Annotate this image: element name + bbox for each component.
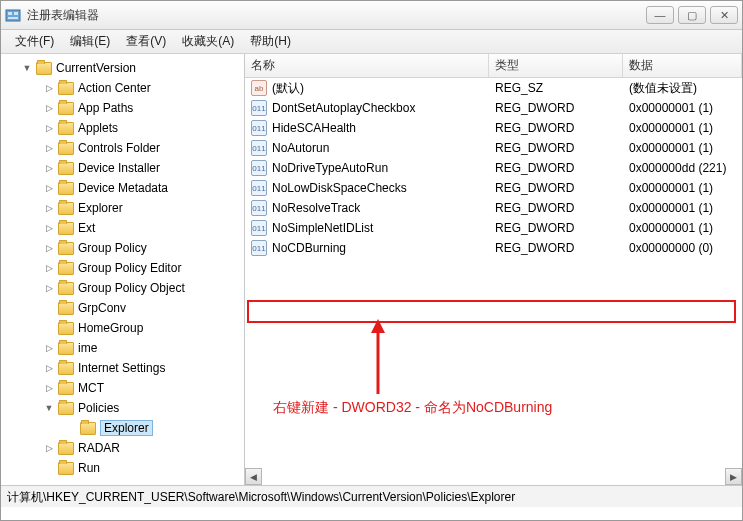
tree-item-label: Device Installer — [78, 161, 160, 175]
tree-item-label: Ext — [78, 221, 95, 235]
svg-rect-2 — [14, 12, 18, 15]
tree-item-grpconv[interactable]: GrpConv — [7, 298, 244, 318]
value-data: 0x00000001 (1) — [623, 121, 742, 135]
expand-icon[interactable]: ▷ — [43, 262, 55, 274]
scroll-right-button[interactable]: ▶ — [725, 468, 742, 485]
expand-icon[interactable]: ▷ — [43, 182, 55, 194]
scroll-left-button[interactable]: ◀ — [245, 468, 262, 485]
list-row[interactable]: 011NoLowDiskSpaceChecksREG_DWORD0x000000… — [245, 178, 742, 198]
tree-item-label: MCT — [78, 381, 104, 395]
list-row[interactable]: 011NoAutorunREG_DWORD0x00000001 (1) — [245, 138, 742, 158]
binary-value-icon: 011 — [251, 240, 267, 256]
list-row[interactable]: 011NoDriveTypeAutoRunREG_DWORD0x000000dd… — [245, 158, 742, 178]
annotation-text: 右键新建 - DWORD32 - 命名为NoCDBurning — [273, 399, 552, 417]
expand-icon[interactable]: ▷ — [43, 242, 55, 254]
tree-item-homegroup[interactable]: HomeGroup — [7, 318, 244, 338]
expand-icon[interactable]: ▼ — [43, 402, 55, 414]
tree-item-ime[interactable]: ▷ime — [7, 338, 244, 358]
tree-item-device-installer[interactable]: ▷Device Installer — [7, 158, 244, 178]
window-title: 注册表编辑器 — [27, 7, 646, 24]
annotation-highlight — [247, 300, 736, 323]
tree-panel[interactable]: ▼CurrentVersion▷Action Center▷App Paths▷… — [1, 54, 245, 485]
folder-icon — [58, 202, 74, 215]
tree-item-app-paths[interactable]: ▷App Paths — [7, 98, 244, 118]
list-row[interactable]: ab(默认)REG_SZ(数值未设置) — [245, 78, 742, 98]
tree-item-internet-settings[interactable]: ▷Internet Settings — [7, 358, 244, 378]
tree-item-label: Controls Folder — [78, 141, 160, 155]
list-row[interactable]: 011HideSCAHealthREG_DWORD0x00000001 (1) — [245, 118, 742, 138]
tree-item-policies[interactable]: ▼Policies — [7, 398, 244, 418]
maximize-button[interactable]: ▢ — [678, 6, 706, 24]
binary-value-icon: 011 — [251, 220, 267, 236]
value-type: REG_DWORD — [489, 201, 623, 215]
value-data: 0x00000001 (1) — [623, 201, 742, 215]
binary-value-icon: 011 — [251, 200, 267, 216]
tree-item-group-policy[interactable]: ▷Group Policy — [7, 238, 244, 258]
list-panel[interactable]: 名称 类型 数据 ab(默认)REG_SZ(数值未设置)011DontSetAu… — [245, 54, 742, 485]
tree-item-label: Explorer — [100, 420, 153, 436]
expand-icon[interactable]: ▷ — [43, 142, 55, 154]
tree-item-explorer[interactable]: Explorer — [7, 418, 244, 438]
list-row[interactable]: 011NoCDBurningREG_DWORD0x00000000 (0) — [245, 238, 742, 258]
column-name[interactable]: 名称 — [245, 54, 489, 77]
expand-icon[interactable] — [43, 302, 55, 314]
expand-icon[interactable]: ▷ — [43, 382, 55, 394]
column-data[interactable]: 数据 — [623, 54, 742, 77]
folder-icon — [58, 162, 74, 175]
expand-icon[interactable] — [65, 422, 77, 434]
value-data: (数值未设置) — [623, 80, 742, 97]
menu-help[interactable]: 帮助(H) — [242, 30, 299, 53]
expand-icon[interactable]: ▷ — [43, 122, 55, 134]
binary-value-icon: 011 — [251, 140, 267, 156]
menu-favorites[interactable]: 收藏夹(A) — [174, 30, 242, 53]
tree-item-device-metadata[interactable]: ▷Device Metadata — [7, 178, 244, 198]
tree-item-radar[interactable]: ▷RADAR — [7, 438, 244, 458]
tree-item-label: GrpConv — [78, 301, 126, 315]
expand-icon[interactable]: ▷ — [43, 282, 55, 294]
tree-item-action-center[interactable]: ▷Action Center — [7, 78, 244, 98]
minimize-button[interactable]: — — [646, 6, 674, 24]
expand-icon[interactable]: ▼ — [21, 62, 33, 74]
value-data: 0x00000001 (1) — [623, 181, 742, 195]
expand-icon[interactable]: ▷ — [43, 222, 55, 234]
value-data: 0x00000000 (0) — [623, 241, 742, 255]
tree-item-group-policy-editor[interactable]: ▷Group Policy Editor — [7, 258, 244, 278]
annotation-arrow-icon — [363, 319, 393, 399]
tree-item-explorer[interactable]: ▷Explorer — [7, 198, 244, 218]
tree-item-controls-folder[interactable]: ▷Controls Folder — [7, 138, 244, 158]
string-value-icon: ab — [251, 80, 267, 96]
expand-icon[interactable]: ▷ — [43, 342, 55, 354]
folder-icon — [58, 462, 74, 475]
value-type: REG_DWORD — [489, 101, 623, 115]
column-type[interactable]: 类型 — [489, 54, 623, 77]
list-row[interactable]: 011NoSimpleNetIDListREG_DWORD0x00000001 … — [245, 218, 742, 238]
expand-icon[interactable]: ▷ — [43, 162, 55, 174]
tree-item-currentversion[interactable]: ▼CurrentVersion — [7, 58, 244, 78]
menu-edit[interactable]: 编辑(E) — [62, 30, 118, 53]
tree-item-label: Internet Settings — [78, 361, 165, 375]
expand-icon[interactable] — [43, 322, 55, 334]
tree-item-label: App Paths — [78, 101, 133, 115]
menu-view[interactable]: 查看(V) — [118, 30, 174, 53]
expand-icon[interactable]: ▷ — [43, 362, 55, 374]
tree-item-label: Device Metadata — [78, 181, 168, 195]
statusbar: 计算机\HKEY_CURRENT_USER\Software\Microsoft… — [1, 485, 742, 507]
tree-item-ext[interactable]: ▷Ext — [7, 218, 244, 238]
folder-icon — [58, 142, 74, 155]
expand-icon[interactable]: ▷ — [43, 102, 55, 114]
tree-item-applets[interactable]: ▷Applets — [7, 118, 244, 138]
tree-item-group-policy-object[interactable]: ▷Group Policy Object — [7, 278, 244, 298]
expand-icon[interactable] — [43, 462, 55, 474]
menu-file[interactable]: 文件(F) — [7, 30, 62, 53]
expand-icon[interactable]: ▷ — [43, 82, 55, 94]
tree-item-mct[interactable]: ▷MCT — [7, 378, 244, 398]
expand-icon[interactable]: ▷ — [43, 442, 55, 454]
list-row[interactable]: 011DontSetAutoplayCheckboxREG_DWORD0x000… — [245, 98, 742, 118]
expand-icon[interactable]: ▷ — [43, 202, 55, 214]
folder-icon — [58, 262, 74, 275]
list-row[interactable]: 011NoResolveTrackREG_DWORD0x00000001 (1) — [245, 198, 742, 218]
tree-item-run[interactable]: Run — [7, 458, 244, 478]
value-type: REG_DWORD — [489, 181, 623, 195]
value-type: REG_DWORD — [489, 141, 623, 155]
close-button[interactable]: ✕ — [710, 6, 738, 24]
